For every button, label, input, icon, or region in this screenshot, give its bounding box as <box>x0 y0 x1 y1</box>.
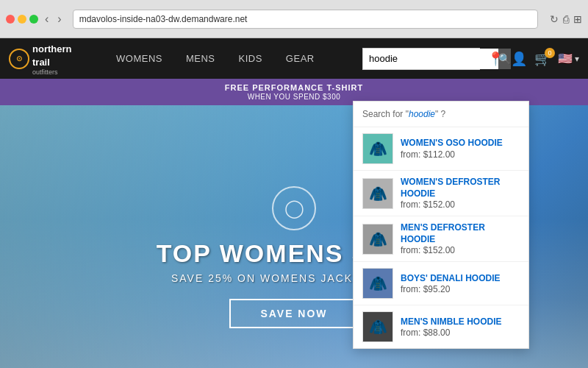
dropdown-header: Search for "hoodie" ? <box>354 102 528 127</box>
item-price-0: from: $112.00 <box>401 149 503 160</box>
window-controls <box>6 15 38 24</box>
hero-logo-circle: ◯ <box>272 186 316 230</box>
cart-icon-wrap[interactable]: 🛒 0 <box>534 51 551 67</box>
item-thumb-2: 🧥 <box>362 224 393 255</box>
promo-sub: WHEN YOU SPEND $300 <box>248 93 341 101</box>
nav-mens[interactable]: MENS <box>174 38 227 79</box>
item-thumb-1: 🧥 <box>362 178 393 209</box>
address-bar-wrapper[interactable] <box>73 10 538 29</box>
browser-chrome: ‹ › ↻ ⎙ ⊞ <box>0 0 588 38</box>
search-query: hoodie <box>409 109 435 119</box>
chevron-down-icon: ▾ <box>575 54 579 64</box>
hoodie-icon-0: 🧥 <box>369 140 387 158</box>
back-button[interactable]: ‹ <box>43 13 51 26</box>
hero-cta-button[interactable]: SAVE NOW <box>229 299 358 328</box>
address-bar[interactable] <box>79 14 531 24</box>
logo-text: northern trail outfitters <box>32 42 71 76</box>
cart-badge: 0 <box>545 48 555 58</box>
search-box: 🔍 <box>362 48 480 70</box>
forward-button[interactable]: › <box>55 13 63 26</box>
search-result-3[interactable]: 🧥 BOYS' DENALI HOODIE from: $95.20 <box>354 262 528 305</box>
item-price-1: from: $152.00 <box>401 199 520 210</box>
item-price-3: from: $95.20 <box>401 284 501 294</box>
search-result-1[interactable]: 🧥 WOMEN'S DEFROSTER HOODIE from: $152.00 <box>354 171 528 216</box>
search-dropdown: Search for "hoodie" ? 🧥 WOMEN'S OSO HOOD… <box>353 101 529 349</box>
logo-icon: ⊙ <box>9 49 29 69</box>
account-icon[interactable]: 👤 <box>511 51 527 67</box>
nav-menu: WOMENS MENS KIDS GEAR <box>104 38 362 79</box>
maximize-button[interactable] <box>29 15 38 24</box>
item-name-1: WOMEN'S DEFROSTER HOODIE <box>401 177 520 199</box>
item-thumb-0: 🧥 <box>362 133 393 164</box>
promo-text: FREE PERFORMANCE T-SHIRT <box>225 83 363 92</box>
header-right: 🔍 📍 👤 🛒 0 🇺🇸 ▾ <box>362 48 579 70</box>
nav-gear[interactable]: GEAR <box>274 38 326 79</box>
hoodie-icon-2: 🧥 <box>369 230 387 248</box>
nav-womens[interactable]: WOMENS <box>104 38 174 79</box>
share-button[interactable]: ⎙ <box>563 13 569 25</box>
refresh-button[interactable]: ↻ <box>550 13 559 25</box>
flag-icon: 🇺🇸 <box>558 52 573 66</box>
item-info-4: MEN'S NIMBLE HOODIE from: $88.00 <box>401 316 502 339</box>
search-input[interactable] <box>363 49 498 69</box>
item-info-1: WOMEN'S DEFROSTER HOODIE from: $152.00 <box>401 177 520 210</box>
close-button[interactable] <box>6 15 15 24</box>
hoodie-icon-1: 🧥 <box>369 185 387 202</box>
item-name-3: BOYS' DENALI HOODIE <box>401 273 501 285</box>
logo-area[interactable]: ⊙ northern trail outfitters <box>9 42 104 76</box>
item-info-2: MEN'S DEFROSTER HOODIE from: $152.00 <box>401 222 520 255</box>
search-result-4[interactable]: 🧥 MEN'S NIMBLE HOODIE from: $88.00 <box>354 305 528 348</box>
item-info-0: WOMEN'S OSO HOODIE from: $112.00 <box>401 138 503 160</box>
item-name-0: WOMEN'S OSO HOODIE <box>401 138 503 149</box>
item-info-3: BOYS' DENALI HOODIE from: $95.20 <box>401 273 501 295</box>
search-result-2[interactable]: 🧥 MEN'S DEFROSTER HOODIE from: $152.00 <box>354 216 528 262</box>
hoodie-icon-3: 🧥 <box>369 275 387 292</box>
site-wrapper: ⊙ northern trail outfitters WOMENS MENS … <box>0 38 588 368</box>
item-thumb-3: 🧥 <box>362 268 393 299</box>
item-price-4: from: $88.00 <box>401 328 502 338</box>
item-name-4: MEN'S NIMBLE HOODIE <box>401 316 502 328</box>
browser-actions: ⎙ ⊞ <box>563 13 582 25</box>
location-icon[interactable]: 📍 <box>487 51 503 67</box>
site-header: ⊙ northern trail outfitters WOMENS MENS … <box>0 38 588 79</box>
minimize-button[interactable] <box>18 15 26 24</box>
nav-kids[interactable]: KIDS <box>227 38 274 79</box>
search-result-0[interactable]: 🧥 WOMEN'S OSO HOODIE from: $112.00 <box>354 127 528 171</box>
item-name-2: MEN'S DEFROSTER HOODIE <box>401 222 520 245</box>
item-thumb-4: 🧥 <box>362 311 393 342</box>
flag-selector[interactable]: 🇺🇸 ▾ <box>558 52 579 66</box>
bookmark-button[interactable]: ⊞ <box>573 13 582 25</box>
item-price-2: from: $152.00 <box>401 245 520 255</box>
hoodie-icon-4: 🧥 <box>369 318 387 336</box>
